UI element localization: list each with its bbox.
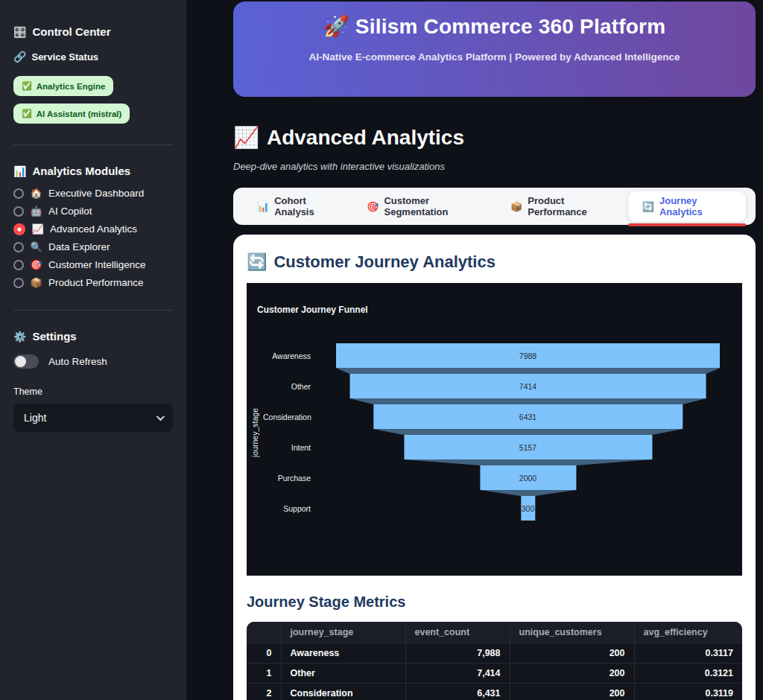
module-radio-executive-dashboard[interactable]: 🏠Executive Dashboard — [13, 187, 173, 200]
funnel-stage-label: Intent — [263, 443, 317, 452]
funnel-bar[interactable]: 6431 — [373, 404, 683, 429]
status-badge-analytics-engine: ✅Analytics Engine — [13, 76, 113, 96]
auto-refresh-row: Auto Refresh — [13, 354, 173, 369]
module-radio-product-performance[interactable]: 📦Product Performance — [13, 276, 173, 289]
funnel-bar-value: 7414 — [519, 382, 536, 391]
funnel-bar-area: 2000 — [317, 465, 739, 490]
funnel-connector-area — [317, 429, 739, 435]
theme-select[interactable]: Light — [13, 404, 173, 432]
funnel-connector — [317, 459, 739, 465]
funnel-row-awareness: Awareness7988 — [263, 343, 739, 368]
cell-journey-stage: Consideration — [281, 683, 405, 700]
funnel-connector-row — [263, 459, 739, 465]
product-performance-icon: 📦 — [510, 201, 522, 212]
funnel-bar-area: 5157 — [317, 435, 739, 459]
funnel-row-consideration: Consideration6431 — [263, 404, 739, 429]
control-knobs-icon: 🎛️ — [13, 26, 26, 38]
link-icon: 🔗 — [13, 51, 26, 63]
radio-selected[interactable] — [13, 223, 25, 235]
module-radio-advanced-analytics[interactable]: 📈Advanced Analytics — [13, 223, 173, 235]
cell-avg-efficiency: 0.3117 — [634, 643, 742, 663]
funnel-bar[interactable]: 2000 — [480, 465, 576, 490]
tab-bar: 📊Cohort Analysis🎯Customer Segmentation📦P… — [233, 188, 756, 225]
funnel-row-intent: Intent5157 — [263, 435, 739, 459]
funnel-connector-row — [263, 398, 739, 404]
row-index: 0 — [247, 643, 281, 663]
funnel-connector — [317, 490, 739, 496]
tab-journey-analytics[interactable]: 🔄Journey Analytics — [628, 191, 746, 222]
row-index: 1 — [247, 663, 281, 683]
tab-label: Journey Analytics — [659, 195, 732, 217]
table-row[interactable]: 1Other7,4142000.3121 — [247, 663, 742, 683]
chevron-down-icon — [156, 413, 165, 421]
sidebar-divider — [13, 310, 173, 311]
funnel-bar[interactable]: 7988 — [336, 343, 721, 368]
funnel-bar-value: 5157 — [519, 443, 536, 452]
funnel-connector-row — [263, 490, 739, 496]
bar-chart-icon: 📊 — [13, 165, 26, 177]
journey-analytics-icon: 🔄 — [642, 201, 654, 212]
funnel-connector — [317, 429, 739, 435]
column-header-unique-customers: unique_customers — [510, 622, 634, 643]
funnel-plot-area: Awareness7988Other7414Consideration6431I… — [263, 343, 739, 521]
chart-title: Customer Journey Funnel — [257, 305, 368, 315]
metrics-title: Journey Stage Metrics — [247, 594, 742, 611]
section-title: 🔄 Customer Journey Analytics — [247, 252, 742, 272]
funnel-bar-value: 7988 — [519, 351, 536, 360]
chart-increasing-icon: 📈 — [233, 125, 259, 150]
funnel-stage-label: Awareness — [263, 351, 317, 360]
funnel-connector-spacer — [263, 429, 317, 435]
table-row[interactable]: 0Awareness7,9882000.3117 — [247, 643, 742, 663]
table-row[interactable]: 2Consideration6,4312000.3119 — [247, 683, 742, 700]
banner-title: 🚀 Silism Commerce 360 Platform — [233, 14, 756, 39]
advanced-analytics-icon: 📈 — [31, 223, 44, 235]
customer-segmentation-icon: 🎯 — [367, 201, 379, 212]
tab-cohort-analysis[interactable]: 📊Cohort Analysis — [243, 188, 352, 225]
module-label: Customer Intelligence — [48, 259, 146, 270]
gear-icon: ⚙️ — [13, 331, 26, 343]
funnel-connector — [317, 368, 739, 374]
funnel-bar[interactable]: 300 — [521, 496, 535, 521]
funnel-chart[interactable]: Customer Journey Funnel journey_stage Aw… — [247, 283, 742, 576]
service-status-label: Service Status — [31, 51, 98, 63]
tab-customer-segmentation[interactable]: 🎯Customer Segmentation — [352, 188, 496, 225]
funnel-row-support: Support300 — [263, 496, 739, 521]
module-radio-data-explorer[interactable]: 🔍Data Explorer — [13, 241, 173, 253]
cell-unique-customers: 200 — [510, 663, 634, 683]
funnel-row-purchase: Purchase2000 — [263, 465, 739, 490]
funnel-bar[interactable]: 7414 — [349, 374, 706, 398]
funnel-bar-area: 300 — [317, 496, 739, 521]
funnel-bar-value: 2000 — [519, 474, 536, 483]
theme-label: Theme — [13, 386, 173, 397]
radio-unselected[interactable] — [13, 242, 24, 252]
cell-avg-efficiency: 0.3119 — [634, 683, 742, 700]
cell-event-count: 6,431 — [405, 683, 510, 700]
funnel-connector-spacer — [263, 490, 317, 496]
hero-banner: 🚀 Silism Commerce 360 Platform AI-Native… — [233, 1, 756, 97]
product-performance-icon: 📦 — [30, 277, 42, 288]
radio-unselected[interactable] — [13, 188, 24, 199]
sidebar-title-row: 🎛️ Control Center — [13, 25, 173, 38]
module-label: Executive Dashboard — [48, 188, 144, 199]
funnel-bar[interactable]: 5157 — [404, 435, 652, 459]
tab-product-performance[interactable]: 📦Product Performance — [496, 188, 628, 225]
radio-unselected[interactable] — [13, 260, 24, 270]
funnel-connector-area — [317, 398, 739, 404]
module-radio-customer-intelligence[interactable]: 🎯Customer Intelligence — [13, 258, 173, 271]
funnel-bar-area: 7988 — [317, 343, 739, 368]
funnel-stage-label: Purchase — [263, 474, 317, 483]
cell-avg-efficiency: 0.3121 — [634, 663, 742, 683]
auto-refresh-toggle[interactable] — [13, 354, 39, 369]
page-title: 📈 Advanced Analytics — [233, 125, 756, 150]
column-header-journey-stage: journey_stage — [281, 622, 405, 643]
settings-title: Settings — [32, 330, 76, 343]
module-radio-ai-copilot[interactable]: 🤖AI Copilot — [13, 205, 173, 217]
sidebar-divider — [13, 144, 173, 145]
radio-unselected[interactable] — [13, 278, 24, 288]
journey-analytics-card: 🔄 Customer Journey Analytics Customer Jo… — [233, 235, 756, 700]
tab-label: Cohort Analysis — [274, 195, 338, 217]
metrics-table[interactable]: journey_stageevent_countunique_customers… — [247, 622, 742, 700]
module-label: Data Explorer — [48, 241, 110, 252]
radio-unselected[interactable] — [13, 206, 24, 217]
service-status-row: 🔗 Service Status — [13, 51, 173, 63]
